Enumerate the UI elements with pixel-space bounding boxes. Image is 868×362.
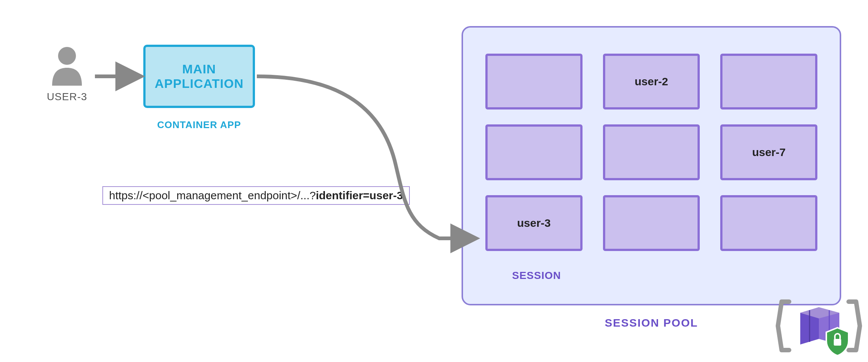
svg-rect-6 — [834, 339, 841, 346]
session-cell: user-2 — [603, 54, 700, 109]
app-title-line2: APPLICATION — [155, 76, 244, 90]
arrow-app-to-session — [257, 76, 473, 238]
main-application-title: MAIN APPLICATION — [155, 62, 244, 91]
url-prefix: https://<pool_management_endpoint>/...? — [109, 189, 316, 201]
app-title-line1: MAIN — [182, 62, 216, 76]
session-label: SESSION — [463, 270, 610, 282]
session-cell — [720, 54, 817, 109]
session-cell — [603, 195, 700, 251]
session-cell — [603, 124, 700, 180]
session-cell — [485, 124, 583, 180]
user-block: USER-3 — [43, 45, 91, 103]
main-application-box: MAIN APPLICATION — [143, 45, 255, 108]
svg-point-0 — [58, 47, 76, 65]
session-cell — [485, 54, 583, 109]
session-pool: user-2 user-7 user-3 SESSION — [462, 26, 841, 305]
endpoint-url: https://<pool_management_endpoint>/...?i… — [102, 186, 410, 205]
session-pool-label: SESSION POOL — [462, 317, 841, 329]
session-cell — [720, 195, 817, 251]
user-label: USER-3 — [43, 91, 91, 103]
session-cell: user-3 — [485, 195, 583, 251]
session-cell: user-7 — [720, 124, 817, 180]
user-icon — [48, 45, 86, 86]
session-grid: user-2 user-7 user-3 — [485, 54, 817, 251]
url-identifier: identifier=user-3 — [316, 189, 403, 201]
container-app-label: CONTAINER APP — [143, 119, 255, 131]
